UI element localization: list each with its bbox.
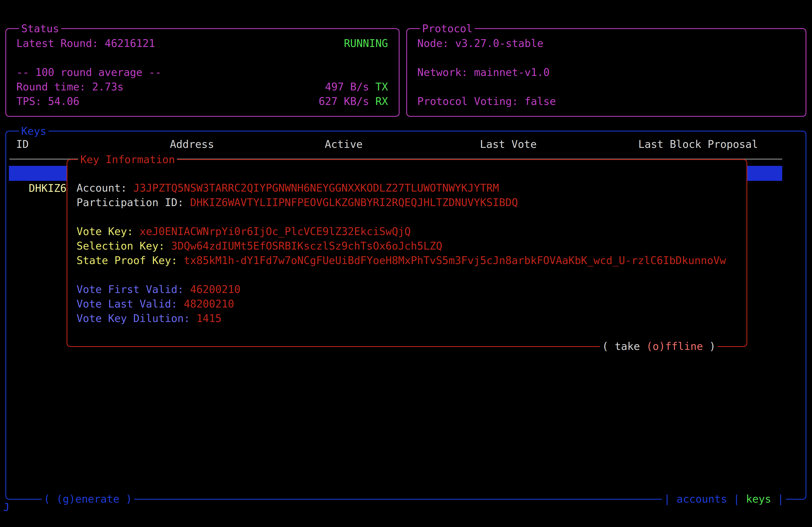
state-proof-key-label: State Proof Key: xyxy=(76,254,177,267)
network: Network: mainnet-v1.0 xyxy=(417,65,550,80)
status-pane-content: Latest Round: 46216121 RUNNING -- 100 ro… xyxy=(6,29,399,116)
vote-key-dilution-label: Vote Key Dilution: xyxy=(76,312,190,325)
protocol-voting-value: false xyxy=(524,95,556,107)
node-version-label: Node: xyxy=(417,37,449,49)
latest-round-row: Latest Round: 46216121 RUNNING xyxy=(16,36,388,51)
tps-value: 54.06 xyxy=(48,95,79,107)
account-row: Account: J3JPZTQ5NSW3TARRC2QIYPGNWNH6NEY… xyxy=(76,181,746,195)
latest-round-label: Latest Round: xyxy=(16,37,98,49)
selection-key-label: Selection Key: xyxy=(76,240,165,252)
nav-separator: | xyxy=(664,493,670,505)
column-header-active: Active xyxy=(325,137,363,152)
vote-key-dilution-value: 1415 xyxy=(196,312,221,325)
selection-key-row: Selection Key: 3DQw64zdIUMt5EfOSRBIKsczl… xyxy=(76,239,746,253)
take-offline-pre: ( take xyxy=(602,340,646,352)
protocol-voting: Protocol Voting: false xyxy=(417,94,556,109)
rx-rate-value: 627 KB/s xyxy=(319,95,369,107)
column-header-address: Address xyxy=(170,137,214,152)
vote-last-valid-value: 48200210 xyxy=(184,298,234,310)
vote-first-valid-row: Vote First Valid: 46200210 xyxy=(76,282,746,297)
account-value: J3JPZTQ5NSW3TARRC2QIYPGNWNH6NEYGGNXXKODL… xyxy=(133,182,499,194)
node-version-value: v3.27.0-stable xyxy=(455,37,543,49)
tx-unit-label: TX xyxy=(375,81,388,93)
protocol-pane-content: Node: v3.27.0-stable Network: mainnet-v1… xyxy=(407,29,806,116)
participation-id-value: DHKIZ6WAVTYLIIPNFPEOVGLKZGNBYRI2RQEQJHLT… xyxy=(190,196,518,209)
latest-round-value: 46216121 xyxy=(105,37,155,49)
key-information-modal: Key Information Account: J3JPZTQ5NSW3TAR… xyxy=(67,159,747,347)
network-label: Network: xyxy=(417,66,468,78)
column-header-last-vote: Last Vote xyxy=(480,137,536,152)
bottom-nav: | accounts | keys | xyxy=(662,492,786,506)
take-offline-button[interactable]: ( take (o)ffline ) xyxy=(600,339,718,353)
blank-row xyxy=(76,210,746,224)
selection-key-value: 3DQw64zdIUMt5EfOSRBIKsczlSz9chTsOx6oJch5… xyxy=(171,240,442,252)
protocol-pane: Protocol Node: v3.27.0-stable Network: m… xyxy=(406,28,806,117)
vote-last-valid-label: Vote Last Valid: xyxy=(76,298,177,310)
tx-rate: 497 B/s TX xyxy=(325,80,388,94)
round-time-value: 2.73s xyxy=(92,81,124,93)
account-label: Account: xyxy=(76,182,127,194)
selected-key-row-id: DHKIZ6W xyxy=(29,182,73,194)
status-pane: Status Latest Round: 46216121 RUNNING --… xyxy=(5,28,400,117)
vote-last-valid-row: Vote Last Valid: 48200210 xyxy=(76,297,746,311)
node-version-row: Node: v3.27.0-stable xyxy=(417,36,795,51)
nav-separator: | xyxy=(733,493,740,505)
vote-first-valid-label: Vote First Valid: xyxy=(76,283,184,296)
nav-separator: | xyxy=(778,493,784,505)
round-time: Round time: 2.73s xyxy=(16,80,124,94)
vote-key-dilution-row: Vote Key Dilution: 1415 xyxy=(76,311,746,326)
key-information-content: Account: J3JPZTQ5NSW3TARRC2QIYPGNWNH6NEY… xyxy=(68,160,746,346)
state-proof-key-row: State Proof Key: tx85kM1h-dY1Fd7w7oNCgFU… xyxy=(76,253,746,268)
take-offline-post: ) xyxy=(703,340,715,352)
round-average-header-row: -- 100 round average -- xyxy=(16,65,388,80)
column-header-id: ID xyxy=(16,137,29,152)
generate-button[interactable]: ( (g)enerate ) xyxy=(42,492,134,506)
nav-tab-keys[interactable]: keys xyxy=(746,493,771,505)
round-average-header: -- 100 round average -- xyxy=(16,65,161,80)
keys-table-header: ID Address Active Last Vote Last Block P… xyxy=(0,137,812,152)
blank-row xyxy=(76,166,746,181)
vote-key-label: Vote Key: xyxy=(76,225,133,238)
vote-first-valid-value: 46200210 xyxy=(190,283,241,296)
participation-id-row: Participation ID: DHKIZ6WAVTYLIIPNFPEOVG… xyxy=(76,195,746,210)
stray-border-char: J xyxy=(3,500,10,515)
blank-row xyxy=(16,51,388,65)
network-row: Network: mainnet-v1.0 xyxy=(417,65,795,80)
blank-row xyxy=(76,268,746,282)
rx-unit-label: RX xyxy=(375,95,388,107)
node-version: Node: v3.27.0-stable xyxy=(417,36,543,51)
nav-tab-accounts[interactable]: accounts xyxy=(677,493,727,505)
blank-row xyxy=(417,80,795,94)
node-state-badge: RUNNING xyxy=(344,36,388,51)
round-time-row: Round time: 2.73s 497 B/s TX xyxy=(16,80,388,94)
protocol-voting-label: Protocol Voting: xyxy=(417,95,518,107)
column-header-last-block-proposal: Last Block Proposal xyxy=(638,137,758,152)
latest-round: Latest Round: 46216121 xyxy=(16,36,155,51)
tps-row: TPS: 54.06 627 KB/s RX xyxy=(16,94,388,109)
blank-row xyxy=(417,51,795,65)
tps: TPS: 54.06 xyxy=(16,94,79,109)
rx-rate: 627 KB/s RX xyxy=(319,94,388,109)
keys-pane-title: Keys xyxy=(19,124,48,138)
state-proof-key-value: tx85kM1h-dY1Fd7w7oNCgFUeUiBdFYoeH8MxPhTv… xyxy=(184,254,726,267)
take-offline-hotkey: (o)ffline xyxy=(646,340,703,352)
tps-label: TPS: xyxy=(16,95,42,107)
protocol-voting-row: Protocol Voting: false xyxy=(417,94,795,109)
participation-id-label: Participation ID: xyxy=(76,196,184,209)
vote-key-value: xeJ0ENIACWNrpYi0r6IjOc_PlcVCE9lZ32EkciSw… xyxy=(140,225,411,238)
tx-rate-value: 497 B/s xyxy=(325,81,369,93)
network-value: mainnet-v1.0 xyxy=(474,66,550,78)
round-time-label: Round time: xyxy=(16,81,86,93)
vote-key-row: Vote Key: xeJ0ENIACWNrpYi0r6IjOc_PlcVCE9… xyxy=(76,224,746,239)
